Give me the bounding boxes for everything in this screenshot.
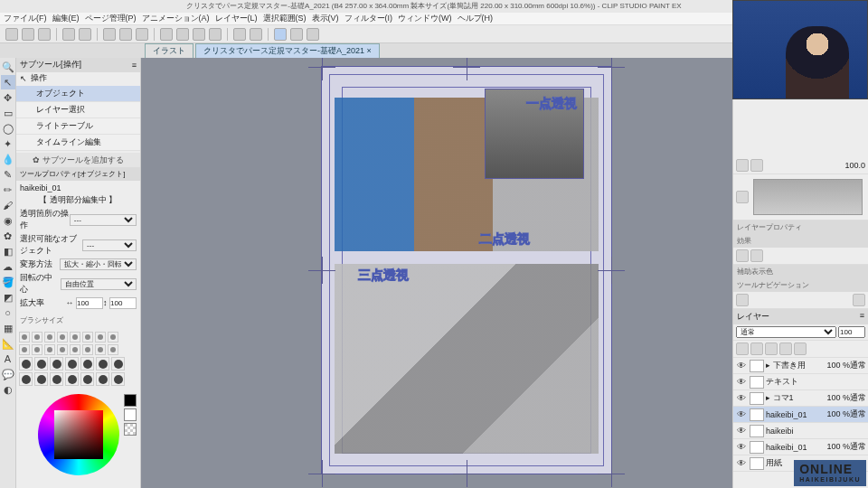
ruler-icon[interactable] [233, 28, 246, 41]
pen-tool-icon[interactable]: ✎ [1, 167, 15, 182]
layer-menu-icon[interactable]: ≡ [860, 311, 864, 323]
visibility-icon[interactable]: 👁 [735, 442, 748, 452]
brush-preset[interactable] [34, 357, 48, 371]
brush-preset[interactable] [19, 357, 33, 371]
eyedropper-icon[interactable]: 💧 [1, 152, 15, 166]
sel-clear-icon[interactable] [176, 28, 189, 41]
frame-tool-icon[interactable]: ▦ [1, 321, 15, 335]
subtool-timeline[interactable]: タイムライン編集 [16, 135, 140, 151]
menu-view[interactable]: 表示(V) [312, 13, 339, 24]
blend-tool-icon[interactable]: ☁ [1, 259, 15, 274]
brush-preset[interactable] [19, 372, 33, 386]
new-folder-icon[interactable] [750, 343, 763, 355]
brush-preset[interactable] [44, 344, 55, 355]
brush-preset[interactable] [80, 372, 94, 386]
layer-row[interactable]: 👁haikeibi_01100 %通常 [733, 407, 868, 423]
gradient-icon[interactable]: ◩ [1, 290, 15, 305]
brush-preset[interactable] [70, 332, 80, 343]
subtool-group[interactable]: ↖ 操作 [16, 72, 140, 85]
airbrush-icon[interactable]: ◉ [1, 213, 15, 228]
object-tool-icon[interactable]: ↖ [1, 75, 15, 89]
menu-page[interactable]: ページ管理(P) [85, 13, 137, 24]
deco-tool-icon[interactable]: ✿ [1, 229, 15, 243]
snap-ruler-icon[interactable] [274, 28, 287, 41]
brush-preset[interactable] [34, 372, 48, 386]
brush-preset[interactable] [111, 372, 125, 386]
brush-preset[interactable] [65, 372, 79, 386]
camera-icon[interactable] [736, 159, 749, 172]
wand-tool-icon[interactable]: ✦ [1, 136, 15, 151]
brush-preset[interactable] [50, 372, 63, 386]
fill-icon[interactable] [119, 28, 132, 41]
brush-preset[interactable] [96, 372, 109, 386]
brush-preset[interactable] [19, 344, 30, 355]
menu-file[interactable]: ファイル(F) [4, 13, 47, 24]
settings-icon[interactable] [736, 294, 749, 306]
clip-icon[interactable] [779, 343, 792, 355]
snap-grid-icon[interactable] [307, 28, 319, 41]
visibility-icon[interactable]: 👁 [735, 409, 748, 419]
visibility-icon[interactable]: 👁 [735, 377, 748, 387]
brush-preset[interactable] [80, 357, 94, 371]
brush-preset[interactable] [65, 357, 79, 371]
balloon-icon[interactable]: 💬 [1, 367, 15, 381]
visibility-icon[interactable]: 👁 [735, 426, 748, 436]
color-wheel[interactable] [38, 394, 119, 475]
new-file-icon[interactable] [5, 28, 18, 41]
nav-icon[interactable] [736, 191, 749, 203]
brush-preset[interactable] [111, 357, 125, 371]
brush-preset[interactable] [57, 344, 68, 355]
save-icon[interactable] [38, 28, 51, 41]
brush-preset[interactable] [19, 332, 30, 343]
menu-layer[interactable]: レイヤー(L) [215, 13, 258, 24]
camera2-icon[interactable] [750, 159, 763, 172]
brush-tool-icon[interactable]: 🖌 [1, 198, 15, 212]
layer-row[interactable]: 👁haikeibi_01100 %通常 [733, 439, 868, 455]
rotation-center-select[interactable]: 自由位置 [61, 278, 137, 290]
menu-help[interactable]: ヘルプ(H) [458, 13, 494, 24]
open-icon[interactable] [22, 28, 34, 41]
shape-tool-icon[interactable]: ○ [1, 305, 15, 320]
menu-anim[interactable]: アニメーション(A) [142, 13, 210, 24]
transparent-op-select[interactable]: --- [70, 214, 137, 226]
snap-persp-icon[interactable] [290, 28, 303, 41]
canvas[interactable]: 一点透視 二点透視 三点透視 [141, 58, 732, 488]
tab-illust[interactable]: イラスト [145, 43, 193, 59]
add-subtool-button[interactable]: ✿ サブツールを追加する [16, 153, 140, 167]
brush-preset[interactable] [70, 344, 80, 355]
scale-h-input[interactable] [76, 297, 103, 309]
blend-mode-select[interactable]: 通常 [736, 326, 836, 338]
brush-preset[interactable] [108, 344, 118, 355]
ruler-tool-icon[interactable]: 📐 [1, 336, 15, 351]
subtool-layer-select[interactable]: レイヤー選択 [16, 102, 140, 118]
mask-icon[interactable] [765, 343, 778, 355]
brush-preset[interactable] [57, 332, 68, 343]
brush-preset[interactable] [108, 332, 118, 343]
sel-border-icon[interactable] [209, 28, 222, 41]
layer-row[interactable]: 👁▸ コマ1100 %通常 [733, 390, 868, 407]
visibility-icon[interactable]: 👁 [735, 393, 748, 403]
brush-preset[interactable] [96, 357, 109, 371]
layer-row[interactable]: 👁テキスト [733, 374, 868, 390]
effect2-icon[interactable] [750, 249, 763, 262]
scale-v-input[interactable] [109, 297, 137, 309]
navigator-thumb[interactable] [753, 179, 863, 215]
menu-window[interactable]: ウィンドウ(W) [398, 13, 452, 24]
brush-preset[interactable] [32, 332, 42, 343]
menu-icon[interactable]: ≡ [132, 61, 137, 70]
visibility-icon[interactable]: 👁 [735, 458, 748, 468]
brush-preset[interactable] [50, 357, 63, 371]
brush-preset[interactable] [95, 332, 106, 343]
wrench-icon[interactable] [853, 294, 865, 306]
effect-icon[interactable] [736, 249, 749, 262]
ruler-layer-icon[interactable] [794, 343, 807, 355]
menu-edit[interactable]: 編集(E) [52, 13, 80, 24]
grid-icon[interactable] [250, 28, 262, 41]
transparent-swatch[interactable] [124, 423, 137, 436]
text-tool-icon[interactable]: A [1, 352, 15, 366]
pencil-tool-icon[interactable]: ✏ [1, 183, 15, 197]
brush-preset[interactable] [82, 344, 93, 355]
brush-preset[interactable] [32, 344, 42, 355]
color-square[interactable] [54, 410, 103, 459]
move-tool-icon[interactable]: ✥ [1, 90, 15, 105]
